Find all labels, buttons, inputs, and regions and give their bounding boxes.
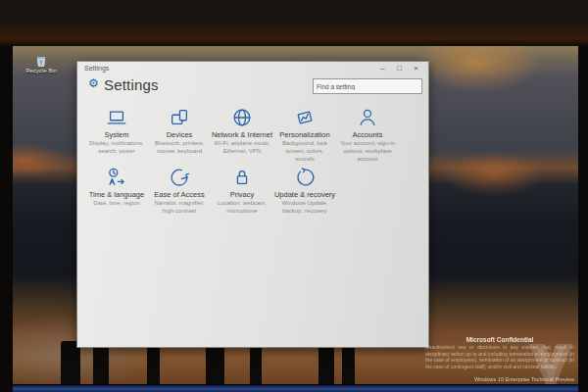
desktop-wallpaper: Recycle Bin Settings – □ × ⚙ Settings Sy…	[13, 46, 578, 392]
tile-label: Privacy	[211, 190, 273, 199]
privacy-icon	[231, 167, 253, 188]
tile-label: Accounts	[336, 130, 399, 139]
tile-sublabel: Background, lock screen, colors, sounds	[273, 140, 336, 163]
time-language-icon	[106, 167, 127, 188]
settings-header: ⚙ Settings	[77, 74, 428, 104]
tile-update-recovery[interactable]: Update & recovery Windows Update, backup…	[273, 167, 336, 216]
taskbar[interactable]	[13, 384, 578, 392]
recycle-bin-shortcut[interactable]: Recycle Bin	[24, 55, 58, 74]
tile-sublabel: Date, time, region	[85, 200, 148, 208]
tile-personalization[interactable]: Personalization Background, lock screen,…	[273, 107, 336, 163]
accounts-icon	[357, 107, 378, 128]
tile-ease-of-access[interactable]: Ease of Access Narrator, magnifier, high…	[148, 167, 211, 216]
tile-label: Network & Internet	[211, 130, 273, 139]
tile-label: System	[85, 130, 148, 139]
settings-category-grid: System Display, notifications, search, p…	[85, 107, 415, 220]
wallpaper-silhouette	[318, 341, 334, 387]
recycle-bin-icon	[35, 55, 47, 68]
monitor-bezel-top	[0, 0, 588, 47]
caption-buttons: – □ ×	[374, 63, 424, 74]
tile-label: Ease of Access	[148, 190, 211, 199]
window-titlebar[interactable]: Settings – □ ×	[77, 62, 428, 74]
tile-sublabel: Narrator, magnifier, high contrast	[148, 200, 211, 216]
settings-gear-icon: ⚙	[88, 77, 99, 89]
tile-privacy[interactable]: Privacy Location, webcam, microphone	[211, 167, 273, 216]
recycle-bin-label: Recycle Bin	[24, 68, 58, 74]
maximize-button[interactable]: □	[391, 63, 408, 74]
tile-sublabel: Location, webcam, microphone	[211, 200, 273, 216]
update-recovery-icon	[294, 167, 316, 188]
tile-label: Devices	[148, 130, 211, 139]
window-title: Settings	[84, 65, 109, 72]
devices-icon	[169, 107, 190, 128]
ease-of-access-icon	[169, 167, 190, 188]
tile-network-internet[interactable]: Network & Internet Wi-Fi, airplane mode,…	[211, 107, 273, 163]
tile-accounts[interactable]: Accounts Your account, sign-in options, …	[336, 107, 399, 163]
tile-sublabel: Display, notifications, search, power	[85, 140, 148, 156]
tile-label: Update & recovery	[273, 190, 336, 199]
tile-time-language[interactable]: Time & language Date, time, region	[85, 167, 148, 216]
wallpaper-silhouette	[147, 342, 160, 386]
close-button[interactable]: ×	[408, 63, 424, 74]
personalization-icon	[294, 107, 316, 128]
network-icon	[231, 107, 253, 128]
settings-app-title: Settings	[104, 76, 159, 93]
wallpaper-silhouette	[250, 343, 262, 386]
tile-sublabel: Your account, sign-in options, workplace…	[336, 140, 399, 163]
tile-sublabel: Wi-Fi, airplane mode, Ethernet, VPN	[211, 140, 273, 156]
tile-label: Time & language	[85, 190, 148, 199]
tile-sublabel: Windows Update, backup, recovery	[273, 200, 336, 216]
tile-label: Personalization	[273, 130, 336, 139]
wallpaper-silhouette	[93, 343, 109, 386]
minimize-button[interactable]: –	[374, 63, 391, 74]
system-icon	[106, 107, 127, 128]
tile-sublabel: Bluetooth, printers, mouse, keyboard	[148, 140, 211, 156]
wallpaper-silhouette	[342, 343, 355, 387]
tile-system[interactable]: System Display, notifications, search, p…	[85, 107, 148, 163]
settings-window: Settings – □ × ⚙ Settings System Display…	[76, 61, 429, 348]
tile-devices[interactable]: Devices Bluetooth, printers, mouse, keyb…	[148, 107, 211, 163]
find-a-setting-input[interactable]	[313, 78, 422, 94]
